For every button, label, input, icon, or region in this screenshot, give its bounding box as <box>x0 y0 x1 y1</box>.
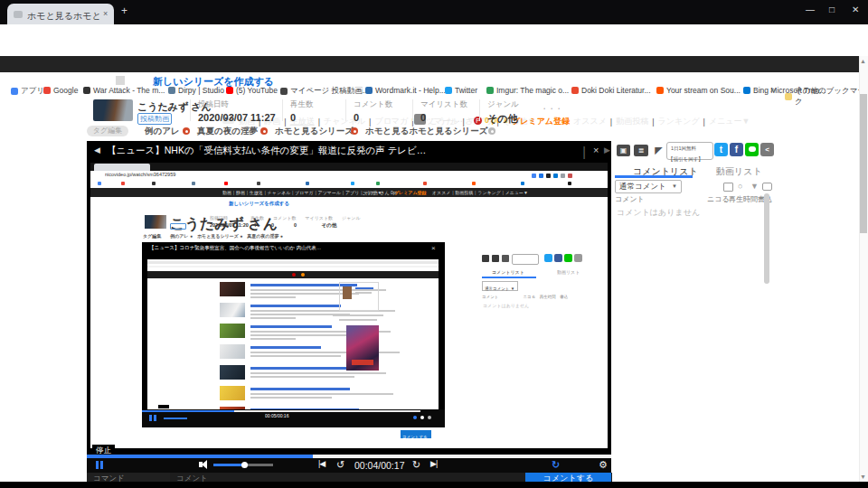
volume-slider-track[interactable] <box>244 464 273 466</box>
decor-bar <box>250 325 332 328</box>
browser-tab[interactable]: ホモと見るホモと見るホモと見るシリー × <box>7 4 114 24</box>
create-series-link[interactable]: 新しいシリーズを作成する <box>153 75 274 89</box>
comment-toggle-icon[interactable] <box>656 461 666 468</box>
stat-views: 再生数 0 <box>282 99 314 121</box>
scrollbar-up-icon[interactable]: ▲ <box>860 58 866 64</box>
chevron-down-icon: ▼ <box>672 181 677 192</box>
tag-lock-icon[interactable] <box>351 127 358 135</box>
bookmark-favicon <box>743 87 750 94</box>
bookmark-item[interactable]: Imgur: The magic o... <box>486 86 569 95</box>
uploader-badge[interactable]: 投稿動画 <box>137 113 172 125</box>
more-menu-icon[interactable]: ・・・ <box>541 104 562 114</box>
nav-osusume[interactable]: オススメ <box>573 116 607 127</box>
bookmark-item[interactable]: マイページ 投稿動画... <box>280 86 369 97</box>
decor-bar <box>250 305 341 307</box>
mini-url: nicovideo.jp/watch/sm36472959 <box>105 172 175 177</box>
lottery-button[interactable]: 1日1回無料 【福引を回す】 <box>666 142 713 160</box>
tag-link[interactable]: ホモと見るシリーズ <box>275 126 354 137</box>
bookmark-item[interactable]: Google <box>43 86 78 95</box>
tag-lock-icon[interactable] <box>260 127 268 135</box>
series-next-icon[interactable]: ▶ <box>604 145 610 155</box>
decor-bar <box>147 261 439 264</box>
skip-to-start-icon[interactable]: |◀ <box>318 459 325 468</box>
nav-upload[interactable]: 動画投稿 <box>616 116 648 127</box>
loop-icon[interactable]: ↻ <box>552 459 560 471</box>
tag-link[interactable]: ホモと見るホモと見るシリーズ <box>365 126 487 137</box>
pause-icon[interactable] <box>96 461 99 469</box>
bookmark-item[interactable]: Wordmark.it - Help... <box>365 86 446 95</box>
scrollbar-down-icon[interactable]: ▼ <box>860 474 866 480</box>
tag-link[interactable]: 真夏の夜の淫夢 <box>197 126 258 137</box>
nav-menu[interactable]: メニュー▼ <box>709 116 750 127</box>
tab-title: ホモと見るホモと見るホモと見るシリー <box>27 10 101 23</box>
mini-nico-header: 動画｜静画｜生放送｜チャンネル｜ブロマガ｜アツマール｜アプリ｜その他▼ こうた⋯… <box>90 188 608 197</box>
mini-seek-fill <box>142 410 234 412</box>
new-tab-button[interactable]: + <box>121 5 127 17</box>
refresh-comments-icon[interactable]: ○ <box>738 182 742 191</box>
mini-avatar <box>145 215 166 229</box>
window-close-button[interactable]: ✕ <box>852 5 859 14</box>
ng-setting-icon[interactable] <box>723 183 733 192</box>
column-nicoru[interactable]: ニコる <box>707 194 730 204</box>
mini-tab-underline <box>482 277 536 278</box>
fullscreen-icon[interactable] <box>673 462 681 469</box>
volume-slider-fill[interactable] <box>213 464 244 466</box>
nav-ranking[interactable]: ランキング <box>658 116 700 127</box>
decor-bar <box>250 397 332 399</box>
forward-skip-icon[interactable]: ↻ <box>412 459 420 471</box>
pause-icon[interactable] <box>100 461 103 469</box>
mini-thumbnail <box>220 303 245 317</box>
series-prev-icon[interactable]: ◀ <box>94 145 100 155</box>
mini-player-title: 【ニュース】コロナ緊急事態宣言、国会への事後報告でいいのか 内山代表… <box>149 244 321 251</box>
other-bookmarks-folder[interactable]: その他のブックマーク <box>785 86 868 108</box>
tag-edit-button[interactable]: タグ編集 <box>87 126 128 136</box>
decor-bar <box>250 388 350 390</box>
mini-thumbnail <box>220 386 245 400</box>
autoscroll-icon[interactable]: ▼ <box>750 182 759 191</box>
window-minimize-button[interactable]: — <box>806 5 815 14</box>
bookmark-item[interactable]: Doki Doki Literatur... <box>571 86 651 95</box>
nicoad-megaphone-icon[interactable]: ◤ <box>652 145 665 156</box>
page-scrollbar-thumb[interactable] <box>860 94 867 233</box>
facebook-share-icon[interactable]: f <box>730 143 743 156</box>
mini-video-list-item <box>220 282 437 300</box>
tag-link[interactable]: 例のアレ <box>145 126 180 137</box>
column-playtime[interactable]: 再生時間 <box>729 194 758 204</box>
tab-video-list[interactable]: 動画リスト <box>716 165 762 178</box>
volume-slider-knob[interactable] <box>241 462 248 468</box>
tab-close-icon[interactable]: × <box>103 9 108 18</box>
skip-to-end-icon[interactable]: ▶| <box>430 459 437 468</box>
comment-panel-icon[interactable] <box>762 183 772 191</box>
premium-register-link[interactable]: プレミアム登録 <box>512 116 570 127</box>
bookmarks-overflow-icon[interactable]: » <box>770 85 776 95</box>
series-close-icon[interactable]: × <box>593 145 599 155</box>
mylist-add-icon[interactable]: ▣ <box>617 145 630 156</box>
volume-icon[interactable] <box>199 462 203 467</box>
seek-bar-progress[interactable] <box>87 455 313 458</box>
comment-filter-select[interactable]: 通常コメント ▼ <box>615 180 682 193</box>
tag-add-icon[interactable] <box>488 127 495 135</box>
stat-comments: コメント数 0 <box>345 99 392 121</box>
bookmark-item[interactable]: アプリ <box>11 86 44 97</box>
bookmark-item[interactable]: Twitter <box>445 86 477 95</box>
window-maximize-button[interactable]: □ <box>829 5 835 14</box>
decor-bar <box>352 360 373 365</box>
tag-lock-icon[interactable] <box>183 127 190 135</box>
line-share-icon[interactable] <box>745 143 759 156</box>
seek-bar-track[interactable] <box>313 455 611 458</box>
mini-nav: 動画｜静画｜生放送｜チャンネル｜ブロマガ｜アツマール｜アプリ｜その他▼ <box>222 190 382 196</box>
mini-bookmarks-bar <box>90 180 608 188</box>
uploader-avatar[interactable] <box>93 99 133 121</box>
mini-ad-image <box>346 325 379 371</box>
settings-gear-icon[interactable]: ⚙ <box>599 459 608 471</box>
column-comment[interactable]: コメント <box>615 194 645 204</box>
share-icon[interactable]: < <box>760 143 774 156</box>
comment-list-scrollbar[interactable] <box>764 193 769 284</box>
bookmark-item[interactable]: Your stream on Sou... <box>656 86 741 95</box>
stat-genre: ジャンル その他 <box>479 99 519 121</box>
address-bar: ← → ↻ nicovideo.jp/watch/sm36472982 ☆ ☰ … <box>0 24 868 42</box>
video-list-icon[interactable]: ≣ <box>634 145 648 156</box>
mini-share-icons <box>544 254 552 262</box>
twitter-share-icon[interactable]: t <box>714 143 728 156</box>
rewind-icon[interactable]: ↺ <box>336 459 344 471</box>
